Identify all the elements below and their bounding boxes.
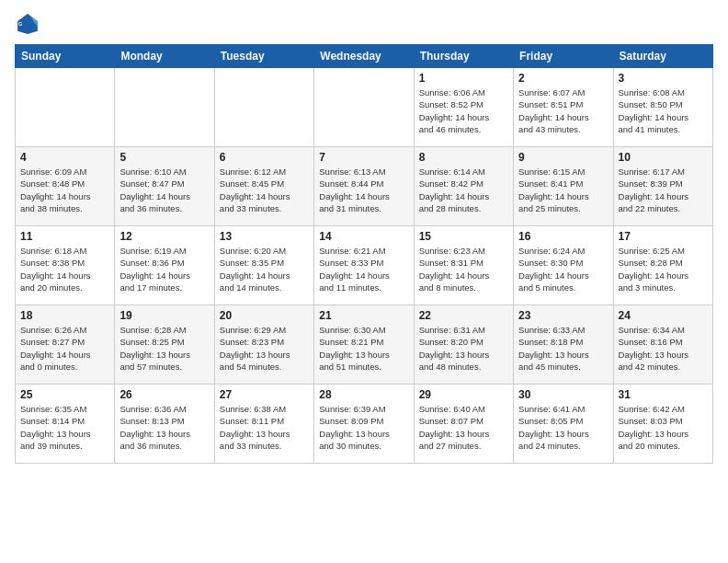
day-info: Sunrise: 6:33 AM Sunset: 8:18 PM Dayligh… bbox=[518, 324, 608, 373]
calendar-cell: 6Sunrise: 6:12 AM Sunset: 8:45 PM Daylig… bbox=[214, 147, 313, 226]
logo-icon: G bbox=[15, 11, 40, 37]
calendar-cell: 22Sunrise: 6:31 AM Sunset: 8:20 PM Dayli… bbox=[414, 305, 513, 385]
day-info: Sunrise: 6:23 AM Sunset: 8:31 PM Dayligh… bbox=[419, 245, 508, 293]
calendar-cell: 12Sunrise: 6:19 AM Sunset: 8:36 PM Dayli… bbox=[115, 226, 214, 305]
day-number: 27 bbox=[220, 388, 309, 401]
day-number: 30 bbox=[518, 388, 608, 401]
calendar-cell: 29Sunrise: 6:40 AM Sunset: 8:07 PM Dayli… bbox=[414, 385, 513, 464]
day-info: Sunrise: 6:17 AM Sunset: 8:39 PM Dayligh… bbox=[619, 166, 708, 214]
calendar-cell: 30Sunrise: 6:41 AM Sunset: 8:05 PM Dayli… bbox=[514, 385, 613, 464]
calendar-cell bbox=[314, 68, 414, 147]
day-info: Sunrise: 6:25 AM Sunset: 8:28 PM Dayligh… bbox=[619, 245, 708, 293]
calendar-cell: 7Sunrise: 6:13 AM Sunset: 8:44 PM Daylig… bbox=[314, 147, 414, 226]
day-info: Sunrise: 6:24 AM Sunset: 8:30 PM Dayligh… bbox=[518, 245, 608, 293]
day-number: 20 bbox=[220, 309, 309, 322]
day-number: 7 bbox=[319, 151, 408, 164]
day-number: 13 bbox=[220, 230, 309, 243]
calendar-cell: 26Sunrise: 6:36 AM Sunset: 8:13 PM Dayli… bbox=[115, 385, 214, 464]
weekday-header: Friday bbox=[514, 45, 613, 68]
calendar-cell bbox=[115, 68, 214, 147]
calendar-week-row: 1Sunrise: 6:06 AM Sunset: 8:52 PM Daylig… bbox=[16, 68, 713, 147]
calendar-cell: 27Sunrise: 6:38 AM Sunset: 8:11 PM Dayli… bbox=[214, 385, 313, 464]
calendar-cell: 11Sunrise: 6:18 AM Sunset: 8:38 PM Dayli… bbox=[16, 226, 115, 305]
calendar-cell: 3Sunrise: 6:08 AM Sunset: 8:50 PM Daylig… bbox=[613, 68, 712, 147]
svg-text:G: G bbox=[18, 21, 22, 27]
day-number: 17 bbox=[619, 230, 708, 243]
weekday-header: Saturday bbox=[613, 45, 712, 68]
day-number: 22 bbox=[419, 309, 508, 322]
logo: G bbox=[15, 11, 42, 37]
day-info: Sunrise: 6:07 AM Sunset: 8:51 PM Dayligh… bbox=[518, 86, 608, 135]
day-number: 29 bbox=[419, 388, 508, 401]
calendar-cell: 16Sunrise: 6:24 AM Sunset: 8:30 PM Dayli… bbox=[514, 226, 613, 305]
day-number: 6 bbox=[220, 151, 309, 164]
calendar-cell: 10Sunrise: 6:17 AM Sunset: 8:39 PM Dayli… bbox=[613, 147, 712, 226]
day-info: Sunrise: 6:10 AM Sunset: 8:47 PM Dayligh… bbox=[119, 166, 209, 214]
day-info: Sunrise: 6:19 AM Sunset: 8:36 PM Dayligh… bbox=[119, 245, 209, 293]
calendar-cell: 13Sunrise: 6:20 AM Sunset: 8:35 PM Dayli… bbox=[214, 226, 313, 305]
day-info: Sunrise: 6:06 AM Sunset: 8:52 PM Dayligh… bbox=[419, 86, 508, 135]
day-number: 4 bbox=[20, 151, 109, 164]
day-number: 5 bbox=[119, 151, 209, 164]
calendar-cell: 25Sunrise: 6:35 AM Sunset: 8:14 PM Dayli… bbox=[16, 385, 115, 464]
calendar-table: SundayMondayTuesdayWednesdayThursdayFrid… bbox=[15, 44, 713, 464]
day-number: 21 bbox=[319, 309, 408, 322]
day-number: 26 bbox=[119, 388, 209, 401]
calendar-cell: 31Sunrise: 6:42 AM Sunset: 8:03 PM Dayli… bbox=[613, 385, 712, 464]
day-info: Sunrise: 6:42 AM Sunset: 8:03 PM Dayligh… bbox=[619, 403, 708, 452]
day-info: Sunrise: 6:21 AM Sunset: 8:33 PM Dayligh… bbox=[319, 245, 408, 293]
calendar-cell: 14Sunrise: 6:21 AM Sunset: 8:33 PM Dayli… bbox=[314, 226, 414, 305]
day-info: Sunrise: 6:13 AM Sunset: 8:44 PM Dayligh… bbox=[319, 166, 408, 214]
day-number: 24 bbox=[619, 309, 708, 322]
day-info: Sunrise: 6:38 AM Sunset: 8:11 PM Dayligh… bbox=[220, 403, 309, 452]
day-info: Sunrise: 6:29 AM Sunset: 8:23 PM Dayligh… bbox=[220, 324, 309, 373]
calendar-cell: 4Sunrise: 6:09 AM Sunset: 8:48 PM Daylig… bbox=[16, 147, 115, 226]
day-number: 18 bbox=[20, 309, 109, 322]
calendar-week-row: 11Sunrise: 6:18 AM Sunset: 8:38 PM Dayli… bbox=[16, 226, 713, 305]
day-info: Sunrise: 6:39 AM Sunset: 8:09 PM Dayligh… bbox=[319, 403, 408, 452]
calendar-cell bbox=[16, 68, 115, 147]
day-number: 1 bbox=[419, 72, 508, 85]
day-number: 8 bbox=[419, 151, 508, 164]
day-info: Sunrise: 6:40 AM Sunset: 8:07 PM Dayligh… bbox=[419, 403, 508, 452]
day-info: Sunrise: 6:31 AM Sunset: 8:20 PM Dayligh… bbox=[419, 324, 508, 373]
day-info: Sunrise: 6:08 AM Sunset: 8:50 PM Dayligh… bbox=[619, 86, 708, 135]
calendar-cell: 20Sunrise: 6:29 AM Sunset: 8:23 PM Dayli… bbox=[214, 305, 313, 385]
calendar-cell: 23Sunrise: 6:33 AM Sunset: 8:18 PM Dayli… bbox=[514, 305, 613, 385]
day-info: Sunrise: 6:36 AM Sunset: 8:13 PM Dayligh… bbox=[119, 403, 209, 452]
day-number: 2 bbox=[518, 72, 608, 85]
day-info: Sunrise: 6:15 AM Sunset: 8:41 PM Dayligh… bbox=[518, 166, 608, 214]
calendar-cell: 15Sunrise: 6:23 AM Sunset: 8:31 PM Dayli… bbox=[414, 226, 513, 305]
day-info: Sunrise: 6:12 AM Sunset: 8:45 PM Dayligh… bbox=[220, 166, 309, 214]
day-number: 16 bbox=[518, 230, 608, 243]
day-info: Sunrise: 6:35 AM Sunset: 8:14 PM Dayligh… bbox=[20, 403, 109, 452]
day-info: Sunrise: 6:18 AM Sunset: 8:38 PM Dayligh… bbox=[20, 245, 109, 293]
calendar-cell: 24Sunrise: 6:34 AM Sunset: 8:16 PM Dayli… bbox=[613, 305, 712, 385]
day-info: Sunrise: 6:28 AM Sunset: 8:25 PM Dayligh… bbox=[119, 324, 209, 373]
calendar-cell: 2Sunrise: 6:07 AM Sunset: 8:51 PM Daylig… bbox=[514, 68, 613, 147]
day-number: 15 bbox=[419, 230, 508, 243]
page: G SundayMondayTuesdayWednesdayThursdayFr… bbox=[0, 0, 728, 563]
day-number: 10 bbox=[619, 151, 708, 164]
weekday-header: Monday bbox=[115, 45, 214, 68]
day-number: 9 bbox=[518, 151, 608, 164]
calendar-cell: 18Sunrise: 6:26 AM Sunset: 8:27 PM Dayli… bbox=[16, 305, 115, 385]
day-number: 3 bbox=[619, 72, 708, 85]
header: G bbox=[15, 11, 713, 37]
calendar-cell: 21Sunrise: 6:30 AM Sunset: 8:21 PM Dayli… bbox=[314, 305, 414, 385]
calendar-cell bbox=[214, 68, 313, 147]
calendar-cell: 9Sunrise: 6:15 AM Sunset: 8:41 PM Daylig… bbox=[514, 147, 613, 226]
calendar-week-row: 4Sunrise: 6:09 AM Sunset: 8:48 PM Daylig… bbox=[16, 147, 713, 226]
weekday-header: Sunday bbox=[16, 45, 115, 68]
calendar-cell: 17Sunrise: 6:25 AM Sunset: 8:28 PM Dayli… bbox=[613, 226, 712, 305]
calendar-cell: 5Sunrise: 6:10 AM Sunset: 8:47 PM Daylig… bbox=[115, 147, 214, 226]
day-info: Sunrise: 6:30 AM Sunset: 8:21 PM Dayligh… bbox=[319, 324, 408, 373]
day-info: Sunrise: 6:41 AM Sunset: 8:05 PM Dayligh… bbox=[518, 403, 608, 452]
day-info: Sunrise: 6:26 AM Sunset: 8:27 PM Dayligh… bbox=[20, 324, 109, 373]
calendar-cell: 28Sunrise: 6:39 AM Sunset: 8:09 PM Dayli… bbox=[314, 385, 414, 464]
day-info: Sunrise: 6:09 AM Sunset: 8:48 PM Dayligh… bbox=[20, 166, 109, 214]
day-number: 14 bbox=[319, 230, 408, 243]
calendar-cell: 19Sunrise: 6:28 AM Sunset: 8:25 PM Dayli… bbox=[115, 305, 214, 385]
calendar-week-row: 25Sunrise: 6:35 AM Sunset: 8:14 PM Dayli… bbox=[16, 385, 713, 464]
day-number: 28 bbox=[319, 388, 408, 401]
